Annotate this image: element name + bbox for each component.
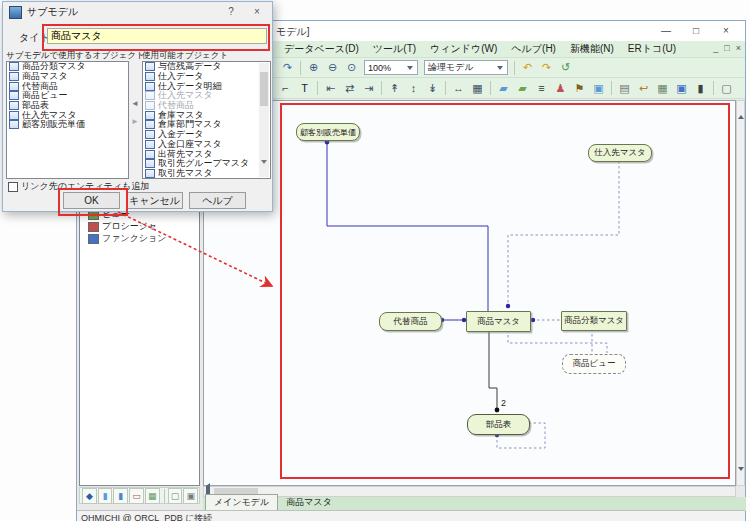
entity-icon	[145, 82, 155, 91]
image-icon[interactable]: ▦	[654, 80, 671, 96]
list-item[interactable]: 取引先マスタ	[143, 169, 270, 179]
image-view-icon[interactable]: ▦	[145, 488, 160, 504]
tree-item-2[interactable]: ファンクション	[88, 233, 199, 244]
maximize-button[interactable]: □	[681, 21, 711, 41]
toolbar-separator	[445, 81, 446, 95]
title-input[interactable]	[47, 28, 267, 44]
align-right-icon[interactable]: ⇥	[360, 80, 377, 96]
move-right-button[interactable]: ►	[131, 117, 139, 126]
entity-kokyakubetsu-hanbaitanka[interactable]: 顧客別販売単価	[296, 123, 360, 141]
menu-item-1[interactable]: ツール(T)	[366, 42, 423, 56]
diagram-vertical-scrollbar[interactable]	[736, 100, 745, 486]
report-icon[interactable]: ▣	[183, 488, 198, 504]
zoom-out-icon[interactable]: ⊖	[324, 60, 341, 76]
redo-icon[interactable]: ↷	[279, 60, 296, 76]
page-icon[interactable]: ▢	[168, 488, 183, 504]
submodel-dialog: サブモデル ? × タイトル サブモデルで使用するオブジェクト 使用可能オブジェ…	[2, 1, 273, 212]
relation-users-icon[interactable]: ♟	[552, 80, 569, 96]
nav-back-icon[interactable]: ↶	[519, 60, 536, 76]
used-objects-list[interactable]: 商品分類マスタ商品マスタ代替商品商品ビュー部品表仕入先マスタ顧客別販売単価	[6, 61, 129, 179]
dialog-help-icon[interactable]: ?	[218, 2, 244, 21]
nav-refresh-icon[interactable]: ↺	[557, 60, 574, 76]
mdi-minimize-button[interactable]: _	[713, 43, 718, 53]
scrollbar-thumb[interactable]	[260, 72, 268, 106]
menu-item-5[interactable]: ERトコ(U)	[621, 42, 683, 56]
model-type-combobox[interactable]: 論理モデル	[424, 60, 508, 75]
menu-item-4[interactable]: 新機能(N)	[563, 42, 621, 56]
mdi-restore-button[interactable]: □	[724, 43, 729, 53]
nav-forward-icon[interactable]: ↷	[538, 60, 555, 76]
list-scrollbar[interactable]	[259, 63, 269, 177]
equal-width-icon[interactable]: ↔	[450, 80, 467, 96]
align-top-icon[interactable]: ↟	[386, 80, 403, 96]
mdi-close-button[interactable]: ×	[736, 43, 741, 53]
entity-buhinhyo[interactable]: 部品表	[467, 414, 530, 435]
tree-item-1[interactable]: プロシージャ	[88, 221, 199, 232]
dialog-close-icon[interactable]: ×	[244, 2, 270, 21]
entity-shohin-bunrui-master[interactable]: 商品分類マスタ	[561, 311, 627, 331]
database-sync-icon[interactable]: ▮	[113, 488, 128, 504]
align-bottom-icon[interactable]: ↡	[424, 80, 441, 96]
list-item-label: 顧客別販売単価	[22, 118, 85, 131]
tab-0[interactable]: メインモデル	[205, 494, 278, 511]
entity-icon	[145, 72, 155, 81]
entity-icon	[145, 169, 155, 178]
entity-icon	[9, 111, 19, 120]
menu-item-3[interactable]: ヘルプ(H)	[504, 42, 563, 56]
window-title: モデル]	[276, 25, 309, 39]
new-window-icon[interactable]: ▢	[718, 80, 735, 96]
entity-daigae-shohin[interactable]: 代替商品	[379, 312, 442, 331]
model-tab-bar: メインモデル商品マスタ	[203, 497, 746, 511]
object-icon	[88, 222, 99, 232]
entity-icon	[9, 101, 19, 110]
cancel-button[interactable]: キャンセル	[126, 192, 183, 209]
database-icon[interactable]: ▮	[98, 488, 113, 504]
grid-layout-icon[interactable]: ▦	[469, 80, 486, 96]
ok-button[interactable]: OK	[63, 192, 120, 209]
key-flag-icon[interactable]: ⚑	[571, 80, 588, 96]
align-middle-icon[interactable]: ↕	[405, 80, 422, 96]
connector-tool-icon[interactable]: ⌐	[277, 80, 294, 96]
toolbar-separator	[381, 81, 382, 95]
text-tool-icon[interactable]: T	[296, 80, 313, 96]
entity-shohin-master[interactable]: 商品マスタ	[466, 311, 531, 332]
available-objects-list[interactable]: 与信残高データ仕入データ仕入データ明細仕入先マスタ代替商品倉庫マスタ倉庫部門マス…	[142, 61, 271, 179]
object-icon	[88, 234, 99, 244]
help-button[interactable]: ヘルプ	[189, 192, 246, 209]
dictionary-icon[interactable]: ▮	[692, 80, 709, 96]
window-red-icon[interactable]: ▭	[129, 488, 144, 504]
model-type-value: 論理モデル	[428, 61, 495, 74]
menu-item-0[interactable]: データベース(D)	[277, 42, 366, 56]
entity-box-icon[interactable]: ▣	[673, 80, 690, 96]
dialog-titlebar: サブモデル ? ×	[3, 2, 272, 22]
toolbar-separator	[713, 81, 714, 95]
tree-item-label: ファンクション	[102, 232, 166, 245]
minimize-button[interactable]: —	[651, 21, 681, 41]
close-button[interactable]: ×	[711, 21, 741, 41]
entity-shohin-view[interactable]: 商品ビュー	[562, 354, 626, 374]
menu-item-2[interactable]: ウィンドウ(W)	[423, 42, 504, 56]
entity-icon	[9, 120, 19, 129]
move-left-button[interactable]: ◄	[131, 99, 139, 108]
align-left-icon[interactable]: ⇤	[322, 80, 339, 96]
entity-copy-icon[interactable]: ▣	[590, 80, 607, 96]
entity-shiiresaki-master[interactable]: 仕入先マスタ	[588, 144, 652, 162]
checkbox-icon[interactable]	[8, 182, 18, 192]
list-item[interactable]: 顧客別販売単価	[7, 120, 128, 130]
toolbar-separator	[611, 81, 612, 95]
zoom-actual-icon[interactable]: ⊙	[343, 60, 360, 76]
model-diamond-icon[interactable]: ◆	[82, 488, 97, 504]
window-cascade-icon[interactable]: ▤	[616, 80, 633, 96]
undo-curve-icon[interactable]: ↩	[635, 80, 652, 96]
status-bar: OHMICHI @ ORCL_PDB に接続	[77, 510, 745, 521]
zoom-combobox[interactable]: 100%	[364, 60, 418, 75]
toolbar-separator	[164, 489, 165, 503]
entity-icon	[145, 130, 155, 139]
zoom-in-icon[interactable]: ⊕	[305, 60, 322, 76]
entity-icon[interactable]: ▰	[495, 80, 512, 96]
align-center-icon[interactable]: ⇄	[341, 80, 358, 96]
entity-edit-icon[interactable]: ▰	[514, 80, 531, 96]
attribute-list-icon[interactable]: ≡	[533, 80, 550, 96]
tab-active-1[interactable]: 商品マスタ	[278, 495, 340, 511]
toolbar-separator	[300, 61, 301, 75]
